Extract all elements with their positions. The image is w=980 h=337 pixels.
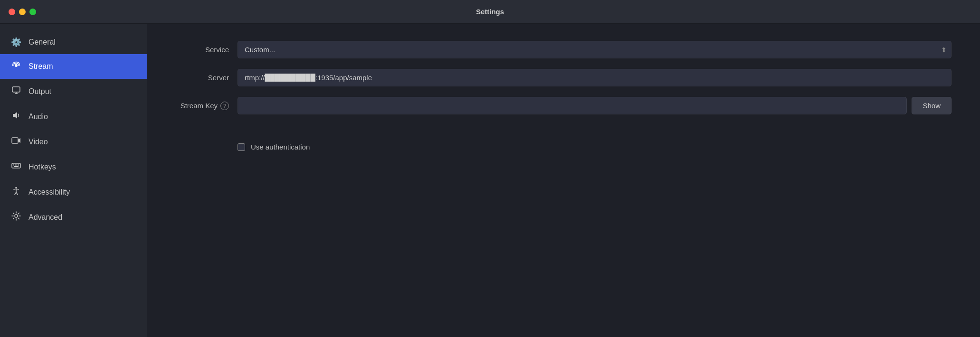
sidebar-label-video: Video	[29, 138, 48, 146]
stream-key-row: Stream Key ? Show	[176, 97, 951, 114]
svg-rect-7	[12, 163, 20, 168]
svg-point-0	[15, 64, 18, 67]
audio-icon	[10, 111, 22, 122]
stream-key-text: Stream Key	[181, 102, 218, 110]
accessibility-icon	[10, 186, 22, 198]
sidebar-item-accessibility[interactable]: Accessibility	[0, 179, 147, 205]
svg-point-14	[15, 215, 18, 217]
sidebar-label-output: Output	[29, 87, 51, 96]
svg-rect-1	[12, 87, 20, 92]
svg-rect-5	[12, 138, 18, 143]
svg-marker-4	[13, 112, 17, 119]
sidebar-label-hotkeys: Hotkeys	[29, 163, 56, 171]
sidebar-label-accessibility: Accessibility	[29, 188, 70, 197]
title-bar: Settings	[0, 0, 980, 24]
auth-checkbox[interactable]	[238, 143, 245, 151]
service-row: Service Custom... ⬍	[176, 41, 951, 58]
maximize-button[interactable]	[29, 9, 36, 15]
svg-rect-8	[13, 165, 14, 166]
video-icon	[10, 136, 22, 148]
sidebar-item-general[interactable]: ⚙️ General	[0, 30, 147, 54]
sidebar-item-hotkeys[interactable]: Hotkeys	[0, 154, 147, 179]
sidebar-item-output[interactable]: Output	[0, 79, 147, 104]
traffic-lights	[9, 9, 36, 15]
advanced-icon	[10, 211, 22, 223]
sidebar-item-advanced[interactable]: Advanced	[0, 205, 147, 230]
stream-icon	[10, 61, 22, 72]
svg-point-13	[15, 187, 17, 189]
svg-rect-12	[14, 166, 19, 167]
svg-rect-10	[17, 165, 18, 166]
minimize-button[interactable]	[19, 9, 26, 15]
server-input[interactable]	[238, 69, 951, 86]
sidebar-item-audio[interactable]: Audio	[0, 104, 147, 129]
svg-rect-11	[18, 165, 19, 166]
help-icon[interactable]: ?	[220, 102, 229, 110]
output-icon	[10, 85, 22, 97]
sidebar-item-video[interactable]: Video	[0, 129, 147, 154]
sidebar-item-stream[interactable]: Stream	[0, 54, 147, 79]
content-area: Service Custom... ⬍ Server Stream Key ?	[147, 24, 980, 337]
gear-icon: ⚙️	[10, 37, 22, 47]
server-row: Server	[176, 69, 951, 86]
auth-row: Use authentication	[176, 143, 951, 151]
stream-key-label: Stream Key ?	[176, 102, 238, 110]
sidebar-label-advanced: Advanced	[29, 213, 62, 222]
service-select[interactable]: Custom...	[238, 41, 951, 58]
window-title: Settings	[476, 8, 504, 16]
stream-key-input[interactable]	[238, 97, 907, 114]
svg-rect-9	[15, 165, 16, 166]
show-button[interactable]: Show	[912, 97, 951, 114]
close-button[interactable]	[9, 9, 15, 15]
server-label: Server	[176, 74, 238, 82]
auth-label[interactable]: Use authentication	[251, 143, 310, 151]
sidebar: ⚙️ General Stream Output	[0, 24, 147, 337]
keyboard-icon	[10, 161, 22, 173]
sidebar-label-general: General	[29, 38, 56, 47]
service-label: Service	[176, 46, 238, 54]
sidebar-label-stream: Stream	[29, 62, 53, 71]
sidebar-label-audio: Audio	[29, 112, 48, 121]
